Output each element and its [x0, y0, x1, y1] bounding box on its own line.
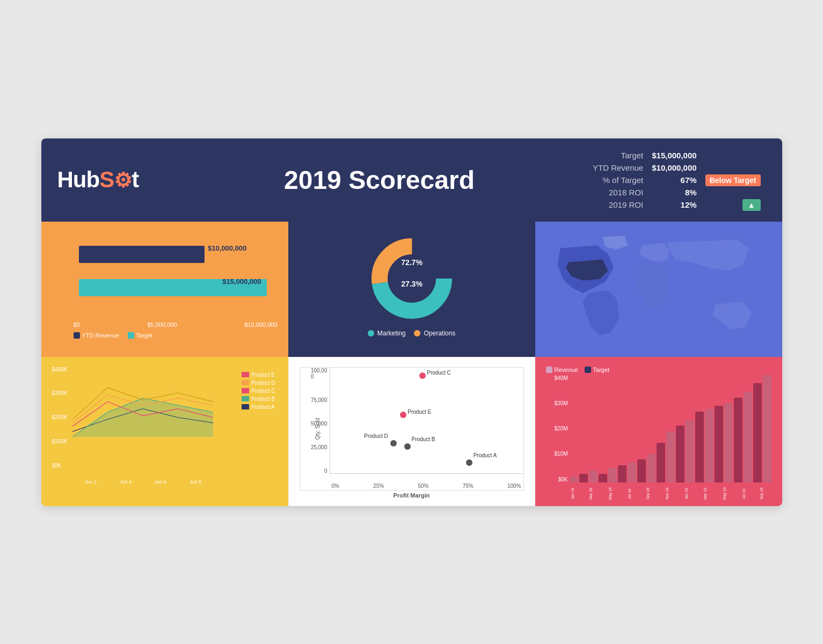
- sy-75k: 75,000: [311, 397, 327, 403]
- rev-bar-19: [753, 383, 762, 482]
- metrics-table: Target $15,000,000 YTD Revenue $10,000,0…: [587, 148, 766, 212]
- rx-sep18: Sep 18: [646, 491, 657, 502]
- operations-label: Operations: [424, 330, 455, 337]
- metric-roi2018: 2018 ROI 8%: [589, 187, 764, 197]
- donut-chart-cell: 27.3% 72.7% Marketing Operations: [288, 222, 535, 357]
- rev-bars: [570, 375, 771, 482]
- rev-bar-5: [618, 465, 627, 482]
- x-jun4: Jun 4: [120, 479, 132, 485]
- axis-5m: $5,000,000: [148, 321, 177, 328]
- logo: HubS⚙t: [57, 167, 176, 193]
- rx-sep19: Sep 19: [760, 491, 771, 502]
- page-title: 2019 Scorecard: [197, 165, 562, 195]
- line-chart-svg: [72, 367, 213, 437]
- axis-10m: $10,000,000: [244, 321, 277, 328]
- dot-product-c: [419, 372, 426, 379]
- scatter-area: Product C Product E Product D Product B …: [330, 368, 523, 474]
- rev-bar-8: [647, 454, 656, 482]
- rev-yaxis: $40M $30M $20M $10M $0K: [546, 375, 570, 482]
- rx-mar18: Mar 18: [589, 491, 600, 502]
- metric-pct: % of Target 67% Below Target: [589, 175, 764, 185]
- donut-legend: Marketing Operations: [368, 330, 455, 337]
- logo-gear: ⚙: [114, 169, 132, 192]
- rx-jan18: Jan 18: [570, 491, 581, 502]
- rev-bar-2: [589, 471, 598, 482]
- rev-bar-3: [599, 474, 607, 482]
- donut-legend-marketing: Marketing: [368, 330, 406, 337]
- sx-50: 50%: [418, 483, 428, 489]
- axis-0: $0: [74, 321, 80, 328]
- roi2018-value: 8%: [649, 187, 700, 197]
- scatter-ylabel: Qty. Sold: [314, 418, 320, 439]
- line-legend: Product E Product D Product C Product B: [242, 372, 275, 410]
- rev-chart-wrap: $40M $30M $20M $10M $0K Jan 18 Mar 18 Ma…: [546, 375, 771, 499]
- rev-bar-14: [705, 409, 713, 482]
- rx-mar19: Mar 19: [703, 491, 714, 502]
- product-d-color: [242, 380, 249, 385]
- y-200k: $200K: [52, 414, 68, 420]
- logo-accent: S: [99, 167, 114, 192]
- target-bar-row: $15,000,000: [79, 279, 267, 296]
- ytd-value: $10,000,000: [649, 163, 700, 173]
- below-target-badge: Below Target: [705, 174, 761, 186]
- sy-100k: 100,000: [311, 368, 327, 379]
- rx-jan19: Jan 19: [684, 491, 695, 502]
- ytd-bar: [79, 246, 205, 263]
- revenue-sq: [546, 367, 552, 373]
- rev-legend: Revenue Target: [546, 367, 771, 373]
- donut-pct-operations: 72.7%: [401, 258, 423, 267]
- marketing-label: Marketing: [377, 330, 406, 337]
- dot-product-b: [404, 443, 411, 450]
- scatter-wrap: 100,000 75,000 50,000 25,000 0 Qty. Sold…: [300, 367, 524, 491]
- ry-0k: $0K: [558, 477, 568, 482]
- dot-product-e: [400, 412, 406, 418]
- legend-ytd: YTD Revenue: [74, 332, 119, 339]
- product-e-label: Product E: [251, 372, 275, 378]
- product-a-color: [242, 404, 249, 409]
- y-0k: $0K: [52, 463, 68, 469]
- label-product-b: Product B: [412, 436, 435, 442]
- target-bar-container: $15,000,000: [79, 279, 267, 296]
- product-e-color: [242, 372, 249, 377]
- rev-bar-17: [734, 398, 742, 482]
- target-label: Target: [589, 150, 646, 160]
- product-d-label: Product D: [251, 380, 275, 386]
- roi2018-label: 2018 ROI: [589, 187, 646, 197]
- target-label: Target: [593, 367, 610, 373]
- rev-bar-4: [608, 468, 617, 482]
- scorecard-metrics: Target $15,000,000 YTD Revenue $10,000,0…: [584, 148, 766, 212]
- metric-ytd: YTD Revenue $10,000,000: [589, 163, 764, 173]
- legend-product-c: Product C: [242, 388, 275, 394]
- ry-10m: $10M: [554, 451, 567, 457]
- operations-dot: [414, 330, 420, 336]
- donut-legend-operations: Operations: [414, 330, 455, 337]
- map-chart-cell: [535, 222, 782, 357]
- y-300k: $300K: [52, 390, 68, 396]
- rev-bar-11: [676, 426, 684, 482]
- rev-bar-10: [666, 431, 675, 482]
- donut-svg: 27.3% 72.7%: [366, 233, 457, 324]
- scatter-chart-cell: 100,000 75,000 50,000 25,000 0 Qty. Sold…: [288, 357, 535, 506]
- roi2019-value: 12%: [649, 200, 700, 210]
- bar-chart-area: $10,000,000 $15,000,000: [52, 231, 278, 317]
- rev-bar-15: [715, 406, 723, 482]
- line-chart-cell: $400K $300K $200K $100K $0K: [41, 357, 288, 506]
- rx-may18: May 18: [608, 491, 620, 502]
- roi2019-label: 2019 ROI: [589, 200, 646, 210]
- rev-bar-13: [695, 412, 704, 482]
- metric-roi2019: 2019 ROI 12% ▲: [589, 200, 764, 210]
- rx-jul19: Jul 19: [742, 492, 752, 501]
- sx-100: 100%: [507, 483, 521, 489]
- world-map-svg: [546, 231, 771, 349]
- bar-chart-cell: $10,000,000 $15,000,000 $0 $5,000,000 $1…: [41, 222, 288, 357]
- target-sq: [585, 367, 591, 373]
- sy-0: 0: [324, 468, 327, 474]
- product-c-label: Product C: [251, 388, 275, 394]
- scatter-xaxis: 0% 25% 50% 75% 100%: [330, 483, 523, 489]
- sx-75: 75%: [463, 483, 474, 489]
- rx-may19: May 19: [723, 491, 734, 502]
- target-bar-label: $15,000,000: [219, 276, 264, 286]
- legend-product-b: Product B: [242, 396, 275, 402]
- line-yaxis: $400K $300K $200K $100K $0K: [52, 367, 68, 469]
- header: HubS⚙t 2019 Scorecard Target $15,000,000…: [41, 138, 782, 222]
